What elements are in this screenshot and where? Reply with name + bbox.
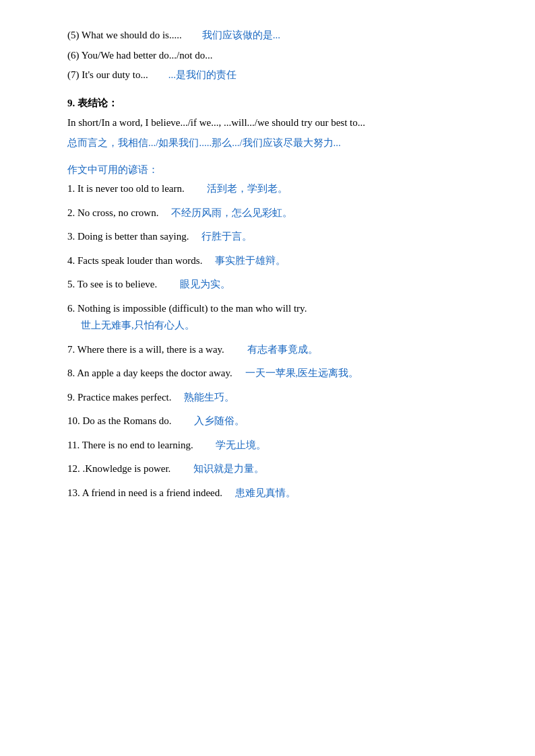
proverb-8-cn: 一天一苹果,医生远离我。 bbox=[245, 368, 359, 378]
proverb-9-en: Practice makes perfect. bbox=[77, 392, 182, 403]
item-5-cn: 我们应该做的是... bbox=[202, 30, 280, 40]
proverb-6-line1: 6. Nothing is impossible (difficult) to … bbox=[67, 300, 481, 318]
proverb-10-num: 10. bbox=[67, 415, 83, 426]
proverb-1-cn: 活到老，学到老。 bbox=[207, 183, 288, 194]
proverb-9-cn: 熟能生巧。 bbox=[184, 392, 234, 403]
proverb-8-en: An apple a day keeps the doctor away. bbox=[77, 368, 243, 378]
proverb-8-num: 8. bbox=[67, 368, 77, 378]
proverb-1: 1. It is never too old to learn. 活到老，学到老… bbox=[67, 180, 481, 198]
proverb-11-num: 11. bbox=[67, 440, 82, 450]
item-6: (6) You/We had better do.../not do... bbox=[67, 47, 481, 65]
proverb-8: 8. An apple a day keeps the doctor away.… bbox=[67, 365, 481, 382]
proverb-3-num: 3. bbox=[67, 231, 77, 242]
proverb-1-num: 1. bbox=[67, 183, 77, 194]
proverb-6-num: 6. bbox=[67, 303, 77, 314]
proverb-6-en: Nothing is impossible (difficult) to the… bbox=[77, 303, 307, 314]
proverb-13-num: 13. bbox=[67, 487, 82, 498]
proverb-9-num: 9. bbox=[67, 392, 77, 403]
proverb-7-cn: 有志者事竟成。 bbox=[247, 344, 318, 355]
proverb-5: 5. To see is to believe. 眼见为实。 bbox=[67, 276, 481, 294]
item-5: (5) What we should do is..... 我们应该做的是... bbox=[67, 27, 481, 44]
proverb-5-en: To see is to believe. bbox=[77, 279, 178, 289]
proverb-10: 10. Do as the Romans do. 入乡随俗。 bbox=[67, 413, 481, 430]
proverb-5-cn: 眼见为实。 bbox=[180, 279, 230, 289]
proverbs-section: 作文中可用的谚语： 1. It is never too old to lear… bbox=[67, 164, 481, 502]
conclusion-title-text: 9. 表结论： bbox=[67, 98, 118, 108]
proverb-10-cn: 入乡随俗。 bbox=[194, 415, 245, 426]
proverb-3: 3. Doing is better than saying. 行胜于言。 bbox=[67, 228, 481, 246]
proverb-11-en: There is no end to learning. bbox=[82, 440, 214, 450]
proverb-3-cn: 行胜于言。 bbox=[201, 231, 252, 242]
item-7: (7) It's our duty to... ...是我们的责任 bbox=[67, 67, 481, 84]
proverb-7-en: Where there is a will, there is a way. bbox=[77, 344, 245, 355]
proverb-11: 11. There is no end to learning. 学无止境。 bbox=[67, 437, 481, 454]
proverb-12: 12. .Knowledge is power. 知识就是力量。 bbox=[67, 460, 481, 478]
proverb-1-en: It is never too old to learn. bbox=[77, 183, 205, 194]
proverb-13-cn: 患难见真情。 bbox=[235, 487, 296, 498]
proverb-7: 7. Where there is a will, there is a way… bbox=[67, 341, 481, 359]
proverb-6-cn: 世上无难事,只怕有心人。 bbox=[81, 317, 481, 335]
conclusion-line1: In short/In a word, I believe.../if we..… bbox=[67, 114, 481, 132]
proverb-12-num: 12. bbox=[67, 463, 83, 474]
proverb-4-cn: 事实胜于雄辩。 bbox=[215, 255, 286, 266]
proverb-3-en: Doing is better than saying. bbox=[77, 231, 199, 242]
proverb-6: 6. Nothing is impossible (difficult) to … bbox=[67, 300, 481, 335]
proverb-7-num: 7. bbox=[67, 344, 77, 355]
item-7-en: (7) It's our duty to... bbox=[67, 69, 168, 80]
item-5-en: (5) What we should do is..... bbox=[67, 30, 202, 40]
conclusion-line2: 总而言之，我相信.../如果我们.....那么.../我们应该尽最大努力... bbox=[67, 135, 481, 152]
proverbs-title: 作文中可用的谚语： bbox=[67, 164, 481, 176]
proverb-5-num: 5. bbox=[67, 279, 77, 289]
proverb-12-en: .Knowledge is power. bbox=[83, 463, 191, 474]
proverb-12-cn: 知识就是力量。 bbox=[193, 463, 264, 474]
header-section: (5) What we should do is..... 我们应该做的是...… bbox=[67, 27, 481, 84]
proverb-2-cn: 不经历风雨，怎么见彩虹。 bbox=[171, 207, 292, 218]
conclusion-section: 9. 表结论： In short/In a word, I believe...… bbox=[67, 95, 481, 152]
proverb-11-cn: 学无止境。 bbox=[216, 440, 266, 450]
proverb-2-num: 2. bbox=[67, 207, 77, 218]
proverb-13: 13. A friend in need is a friend indeed.… bbox=[67, 485, 481, 502]
proverb-10-en: Do as the Romans do. bbox=[83, 415, 192, 426]
page-content: (5) What we should do is..... 我们应该做的是...… bbox=[67, 27, 481, 502]
item-7-cn: ...是我们的责任 bbox=[168, 69, 237, 80]
proverb-4-en: Facts speak louder than words. bbox=[77, 255, 212, 266]
conclusion-cn: 总而言之，我相信.../如果我们.....那么.../我们应该尽最大努力... bbox=[67, 137, 341, 148]
proverb-4: 4. Facts speak louder than words. 事实胜于雄辩… bbox=[67, 252, 481, 270]
proverb-13-en: A friend in need is a friend indeed. bbox=[82, 487, 232, 498]
conclusion-title: 9. 表结论： bbox=[67, 95, 481, 112]
proverb-2: 2. No cross, no crown. 不经历风雨，怎么见彩虹。 bbox=[67, 205, 481, 222]
proverb-2-en: No cross, no crown. bbox=[77, 207, 168, 218]
conclusion-en: In short/In a word, I believe.../if we..… bbox=[67, 117, 365, 128]
item-6-en: (6) You/We had better do.../not do... bbox=[67, 50, 212, 61]
proverb-4-num: 4. bbox=[67, 255, 77, 266]
proverb-9: 9. Practice makes perfect. 熟能生巧。 bbox=[67, 389, 481, 407]
